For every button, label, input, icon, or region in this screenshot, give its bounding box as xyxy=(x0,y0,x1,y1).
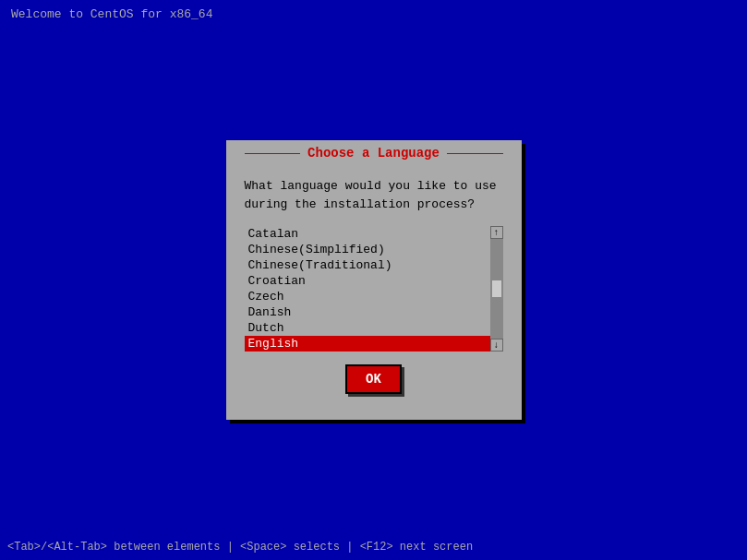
scrollbar[interactable]: ↑ ↓ xyxy=(490,226,503,351)
language-item[interactable]: Chinese(Simplified) xyxy=(245,242,490,257)
language-item[interactable]: Danish xyxy=(245,304,490,320)
bottom-bar: <Tab>/<Alt-Tab> between elements | <Spac… xyxy=(0,534,747,560)
dialog-question: What language would you like to use duri… xyxy=(245,177,503,213)
language-list: CatalanChinese(Simplified)Chinese(Tradit… xyxy=(245,226,490,351)
language-item[interactable]: Dutch xyxy=(245,320,490,336)
dialog-title: Choose a Language xyxy=(300,146,447,161)
bottom-bar-text: <Tab>/<Alt-Tab> between elements | <Spac… xyxy=(7,541,473,554)
dialog-title-bar: Choose a Language xyxy=(226,140,522,166)
dialog-body: What language would you like to use duri… xyxy=(226,166,522,420)
language-item[interactable]: Croatian xyxy=(245,273,490,289)
scroll-down-arrow[interactable]: ↓ xyxy=(490,339,503,351)
scrollbar-thumb[interactable] xyxy=(491,280,502,298)
language-item[interactable]: Catalan xyxy=(245,226,490,242)
language-item[interactable]: Czech xyxy=(245,289,490,304)
language-list-container: CatalanChinese(Simplified)Chinese(Tradit… xyxy=(245,226,503,351)
language-item[interactable]: Chinese(Traditional) xyxy=(245,257,490,273)
ok-button[interactable]: OK xyxy=(345,364,402,394)
question-line2: during the installation process? xyxy=(245,197,476,211)
dialog: Choose a Language What language would yo… xyxy=(226,140,522,420)
language-item[interactable]: English xyxy=(245,336,490,351)
scroll-up-arrow[interactable]: ↑ xyxy=(490,226,503,239)
ok-button-container: OK xyxy=(245,364,503,409)
question-line1: What language would you like to use xyxy=(245,179,497,193)
